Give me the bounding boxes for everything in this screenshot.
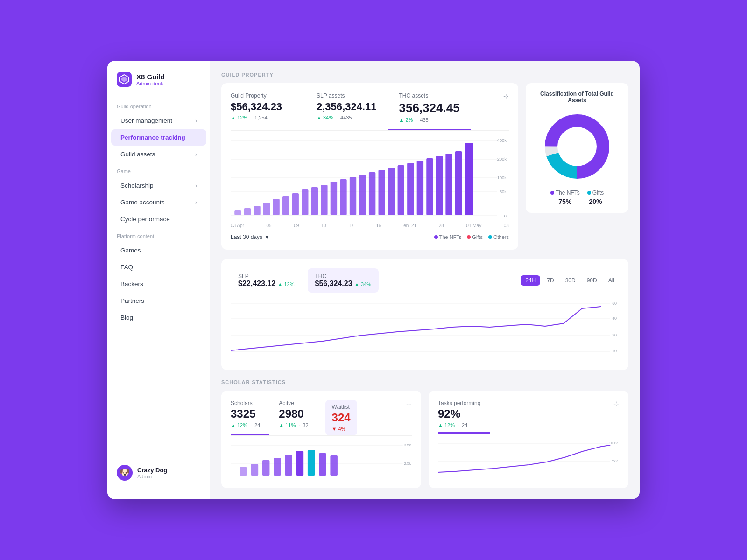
tasks-stat: Tasks performing 92% ▲ 12% · 24: [438, 400, 490, 434]
guild-property-card: Guild Property $56,324.23 ▲ 12% · 1,254 …: [221, 83, 518, 250]
svg-rect-26: [359, 175, 366, 215]
scholars-card: Scholars 3325 ▲ 12% · 24 Acitve 2980: [221, 391, 421, 488]
chart-x-labels: 03 Apr 05 09 13 17 19 en_21 28 01 May 03: [231, 223, 509, 228]
sidebar-item-label: Performance tracking: [120, 134, 185, 141]
sidebar-item-partners[interactable]: Partners: [111, 293, 206, 309]
svg-text:2.5k: 2.5k: [404, 462, 411, 466]
guild-property-stat: Guild Property $56,324.23 ▲ 12% · 1,254: [231, 92, 305, 130]
date-filter[interactable]: Last 30 days ▼: [231, 234, 270, 240]
svg-rect-57: [274, 458, 281, 476]
logo-name: X8 Guild: [136, 73, 165, 81]
donut-title: Classification of Total Guild Assets: [533, 91, 621, 104]
donut-legend-gifts: Gifts 20%: [587, 189, 604, 205]
sidebar-footer: 🐶 Crazy Dog Admin: [107, 457, 210, 488]
line-chart-section: SLP $22,423.12 ▲ 12% THC $56,324.23 ▲ 34…: [221, 259, 628, 370]
avatar: 🐶: [117, 465, 133, 481]
svg-rect-19: [292, 193, 299, 215]
svg-rect-54: [240, 467, 247, 476]
chevron-down-icon: ▼: [264, 234, 270, 240]
stat-change-2: ▲ 2% · 435: [399, 117, 459, 123]
bar-chart: 400k 200k 100k 50k 0: [231, 138, 509, 222]
scholar-section: Scholars 3325 ▲ 12% · 24 Acitve 2980: [221, 391, 628, 488]
sidebar-item-label: Game accounts: [120, 199, 165, 206]
scholars-bar-chart: 3.5k 2.5k: [231, 441, 412, 479]
svg-rect-28: [378, 170, 385, 215]
sidebar-item-guild-assets[interactable]: Guild assets›: [111, 146, 206, 162]
stat-label-2: THC assets: [399, 92, 459, 99]
change-val-1: 4435: [340, 115, 352, 120]
change-arrow-0: ▲ 12%: [231, 115, 247, 120]
scholars-label: Scholars: [231, 400, 260, 406]
sidebar-section-label: Game: [107, 163, 210, 177]
svg-rect-20: [302, 189, 308, 215]
svg-text:200k: 200k: [497, 157, 507, 161]
scholars-bar-svg: 3.5k 2.5k: [231, 441, 412, 479]
svg-rect-60: [308, 450, 315, 476]
sidebar-item-label: Scholarship: [120, 182, 154, 189]
user-role: Admin: [137, 474, 167, 479]
sidebar-item-label: Partners: [120, 297, 144, 304]
legend-others: Others: [488, 234, 509, 240]
active-change: ▲ 11% · 32: [279, 422, 308, 428]
svg-rect-17: [273, 199, 279, 215]
scholar-statistics-section: SCHOLAR STATISTICS Scholars 3325 ▲ 12% ·…: [221, 379, 628, 488]
logo-subtitle: Admin deck: [136, 81, 165, 86]
logo-text: X8 Guild Admin deck: [136, 73, 165, 86]
external-link-icon-tasks[interactable]: ⊹: [613, 400, 619, 407]
svg-rect-62: [330, 455, 338, 476]
legend-nfts: The NFTs: [434, 234, 462, 240]
line-chart: 60 40 20 10: [231, 300, 619, 361]
time-btn-90d[interactable]: 90D: [582, 275, 602, 286]
svg-rect-16: [263, 203, 270, 215]
svg-rect-31: [407, 163, 414, 215]
svg-rect-59: [296, 451, 304, 476]
svg-rect-13: [234, 210, 241, 215]
time-btn-24h[interactable]: 24H: [521, 275, 540, 286]
svg-text:100%: 100%: [609, 441, 618, 445]
chevron-right-icon: ›: [195, 199, 197, 206]
time-filter: 24H 7D 30D 90D All: [521, 275, 619, 286]
slp-stat: SLP assets 2,356,324.11 ▲ 34% · 4435: [305, 92, 388, 130]
external-link-icon-scholars[interactable]: ⊹: [406, 400, 412, 407]
thc-label: THC: [315, 273, 372, 280]
svg-rect-34: [436, 156, 443, 215]
user-info: Crazy Dog Admin: [137, 467, 167, 479]
time-btn-7d[interactable]: 7D: [542, 275, 558, 286]
sidebar-item-label: Backers: [120, 280, 143, 287]
svg-text:50k: 50k: [500, 189, 507, 194]
waitlist-label: Waitlist: [332, 404, 351, 410]
sidebar-item-performance-tracking[interactable]: Performance tracking: [111, 129, 206, 146]
svg-rect-37: [465, 143, 473, 215]
sidebar: X8 Guild Admin deck Guild operationUser …: [107, 61, 210, 499]
external-link-icon[interactable]: ⊹: [503, 92, 509, 100]
sidebar-item-scholarship[interactable]: Scholarship›: [111, 177, 206, 194]
sidebar-item-backers[interactable]: Backers: [111, 276, 206, 292]
sidebar-item-cycle-performance[interactable]: Cycle performace: [111, 211, 206, 227]
donut-legend-nfts: The NFTs 75%: [550, 189, 580, 205]
time-btn-30d[interactable]: 30D: [561, 275, 580, 286]
svg-rect-29: [388, 168, 395, 215]
sidebar-item-label: Games: [120, 247, 141, 254]
svg-rect-27: [369, 172, 375, 215]
sidebar-item-games[interactable]: Games: [111, 242, 206, 259]
slp-card: SLP $22,423.12 ▲ 12%: [231, 268, 302, 293]
sidebar-item-faq[interactable]: FAQ: [111, 259, 206, 275]
svg-text:100k: 100k: [497, 175, 507, 180]
tasks-value: 92%: [438, 407, 480, 420]
thc-stat: THC assets 356,324.45 ▲ 2% · 435: [388, 92, 471, 130]
svg-rect-35: [445, 154, 452, 215]
svg-rect-15: [254, 206, 260, 215]
sidebar-item-user-management[interactable]: User management›: [111, 112, 206, 129]
time-btn-all[interactable]: All: [604, 275, 619, 286]
svg-rect-23: [331, 182, 337, 215]
stat-value-2: 356,324.45: [399, 101, 459, 115]
stat-change-0: ▲ 12% · 1,254: [231, 115, 294, 120]
active-value: 2980: [279, 407, 308, 420]
donut-chart-svg: [540, 109, 614, 184]
svg-text:20: 20: [612, 333, 617, 337]
sidebar-item-game-accounts[interactable]: Game accounts›: [111, 194, 206, 210]
svg-text:10: 10: [612, 349, 617, 353]
svg-rect-55: [251, 464, 259, 476]
sidebar-item-blog[interactable]: Blog: [111, 309, 206, 326]
chevron-right-icon: ›: [195, 182, 197, 189]
